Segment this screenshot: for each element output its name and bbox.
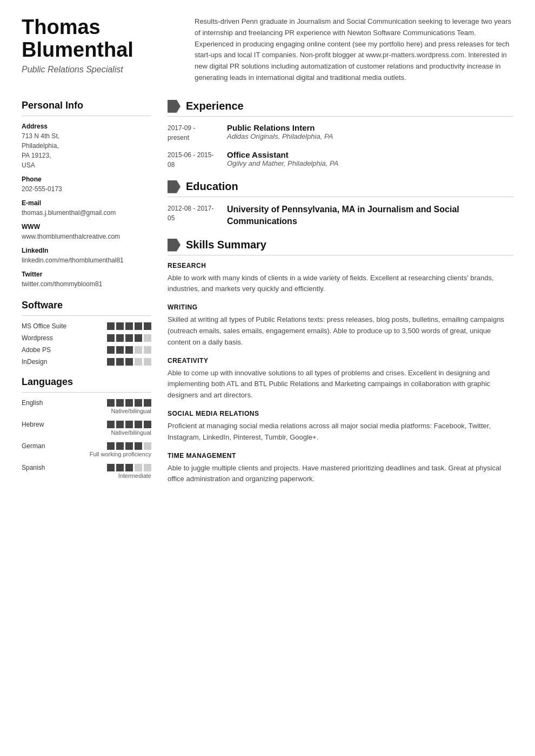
language-bar-group: [107, 421, 151, 428]
skill-category: CREATIVITYAble to come up with innovativ…: [168, 357, 513, 401]
skills-header: Skills Summary: [168, 239, 513, 252]
personal-info-title: Personal Info: [22, 100, 151, 111]
skills-divider: [168, 255, 513, 255]
bar-empty: [144, 346, 151, 354]
bar-filled: [125, 358, 133, 366]
language-name: Spanish: [22, 464, 59, 471]
language-bars: EnglishNative/bilingualHebrewNative/bili…: [22, 399, 151, 479]
skill-category-title: RESEARCH: [168, 262, 513, 269]
language-row: Hebrew: [22, 421, 151, 428]
address-label: Address: [22, 123, 151, 130]
software-item: InDesign: [22, 358, 151, 366]
software-name: Adobe PS: [22, 346, 70, 354]
skill-category-description: Able to work with many kinds of clients …: [168, 273, 513, 295]
education-header: Education: [168, 180, 513, 193]
bar-filled: [135, 322, 142, 330]
software-bar-group: [107, 346, 151, 354]
language-bar-group: [107, 464, 151, 471]
personal-divider: [22, 116, 151, 116]
header-left: Thomas Blumenthal Public Relations Speci…: [22, 16, 173, 84]
skill-category-title: SOCIAL MEDIA RELATIONS: [168, 410, 513, 417]
bar-filled: [135, 399, 142, 407]
bar-empty: [144, 334, 151, 342]
software-item: Adobe PS: [22, 346, 151, 354]
header-summary: Results-driven Penn graduate in Journali…: [195, 16, 513, 84]
language-name: German: [22, 442, 59, 450]
experience-entry: 2015-06 - 2015-08Office AssistantOgilvy …: [168, 150, 513, 170]
language-level: Native/bilingual: [22, 429, 151, 436]
experience-entry: 2017-09 - presentPublic Relations Intern…: [168, 123, 513, 143]
bar-filled: [125, 421, 133, 428]
experience-job-title: Public Relations Intern: [227, 123, 513, 132]
bar-filled: [135, 334, 142, 342]
linkedin-value: linkedin.com/me/thomblumenthal81: [22, 255, 151, 265]
bar-filled: [135, 442, 142, 450]
skill-category: SOCIAL MEDIA RELATIONSProficient at mana…: [168, 410, 513, 443]
software-name: Wordpress: [22, 334, 70, 342]
experience-header: Experience: [168, 100, 513, 113]
main-content: Personal Info Address 713 N 4th St,Phila…: [22, 100, 513, 496]
bar-filled: [125, 334, 133, 342]
bar-filled: [107, 322, 115, 330]
skill-category-description: Able to come up with innovative solution…: [168, 368, 513, 401]
email-label: E-mail: [22, 199, 151, 207]
skill-category-title: CREATIVITY: [168, 357, 513, 364]
bar-filled: [125, 464, 133, 471]
language-item: HebrewNative/bilingual: [22, 421, 151, 436]
www-label: WWW: [22, 223, 151, 231]
language-level: Intermediate: [22, 473, 151, 479]
bar-filled: [144, 322, 151, 330]
language-item: EnglishNative/bilingual: [22, 399, 151, 414]
skill-category-description: Skilled at writing all types of Public R…: [168, 314, 513, 348]
bar-filled: [107, 399, 115, 407]
language-level: Native/bilingual: [22, 408, 151, 414]
bar-filled: [135, 421, 142, 428]
language-bar-group: [107, 442, 151, 450]
skill-category-title: TIME MANAGEMENT: [168, 452, 513, 460]
twitter-value: twitter.com/thommybloom81: [22, 279, 151, 289]
experience-details: Office AssistantOgilvy and Mather, Phila…: [227, 150, 513, 170]
education-entries: 2012-08 - 2017-05University of Pennsylva…: [168, 204, 513, 228]
software-bar-group: [107, 358, 151, 366]
skill-category: TIME MANAGEMENTAble to juggle multiple c…: [168, 452, 513, 485]
software-item: Wordpress: [22, 334, 151, 342]
education-degree: University of Pennsylvania, MA in Journa…: [227, 204, 513, 228]
bar-filled: [116, 442, 124, 450]
www-value: www.thomblumenthalcreative.com: [22, 232, 151, 241]
email-value: thomas.j.blumenthal@gmail.com: [22, 208, 151, 218]
bar-filled: [107, 442, 115, 450]
software-name: InDesign: [22, 358, 70, 366]
education-section: Education 2012-08 - 2017-05University of…: [168, 180, 513, 228]
language-row: Spanish: [22, 464, 151, 471]
experience-section: Experience 2017-09 - presentPublic Relat…: [168, 100, 513, 170]
language-bar-group: [107, 399, 151, 407]
bar-filled: [107, 334, 115, 342]
bar-filled: [116, 346, 124, 354]
education-divider: [168, 197, 513, 197]
skill-category: RESEARCHAble to work with many kinds of …: [168, 262, 513, 295]
address-value: 713 N 4th St,Philadelphia,PA 19123,USA: [22, 131, 151, 170]
bar-filled: [116, 464, 124, 471]
skills-icon: [168, 239, 180, 252]
experience-details: Public Relations InternAdidas Originals,…: [227, 123, 513, 143]
software-bars: MS Office SuiteWordpressAdobe PSInDesign: [22, 322, 151, 366]
language-item: SpanishIntermediate: [22, 464, 151, 479]
bar-filled: [125, 442, 133, 450]
phone-value: 202-555-0173: [22, 184, 151, 194]
software-name: MS Office Suite: [22, 322, 70, 330]
bar-filled: [116, 399, 124, 407]
experience-title: Experience: [186, 100, 244, 112]
language-row: German: [22, 442, 151, 450]
skills-section: Skills Summary RESEARCHAble to work with…: [168, 239, 513, 485]
education-dates: 2012-08 - 2017-05: [168, 204, 216, 228]
experience-icon: [168, 100, 180, 113]
bar-empty: [135, 346, 142, 354]
software-divider: [22, 315, 151, 316]
left-column: Personal Info Address 713 N 4th St,Phila…: [22, 100, 151, 496]
bar-filled: [144, 421, 151, 428]
twitter-label: Twitter: [22, 271, 151, 278]
bar-filled: [116, 334, 124, 342]
experience-job-title: Office Assistant: [227, 150, 513, 159]
software-item: MS Office Suite: [22, 322, 151, 330]
skill-category-description: Able to juggle multiple clients and proj…: [168, 463, 513, 485]
